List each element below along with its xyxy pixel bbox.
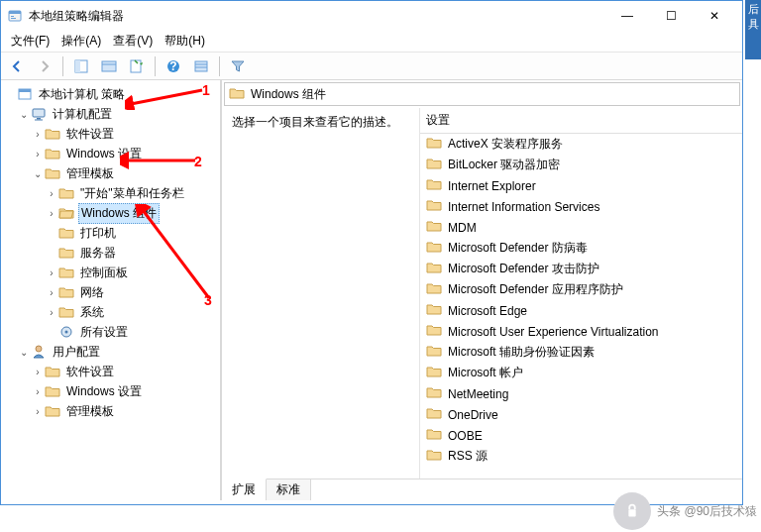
- menubar: 文件(F) 操作(A) 查看(V) 帮助(H): [1, 31, 742, 53]
- tree-user-config[interactable]: ⌄ 用户配置: [3, 342, 218, 362]
- tree-server[interactable]: 服务器: [3, 243, 218, 263]
- chevron-right-icon[interactable]: ›: [45, 267, 58, 278]
- chevron-right-icon[interactable]: ›: [45, 208, 58, 219]
- folder-icon: [426, 322, 442, 341]
- tree-label: 计算机配置: [51, 105, 114, 124]
- list-item-label: Internet Information Services: [448, 200, 599, 214]
- tree-admin-templates[interactable]: ⌄ 管理模板: [3, 163, 218, 183]
- show-hide-tree-button[interactable]: [97, 54, 121, 78]
- chevron-right-icon[interactable]: ›: [45, 307, 58, 318]
- tab-extended[interactable]: 扩展: [222, 479, 267, 500]
- list-item[interactable]: BitLocker 驱动器加密: [420, 155, 742, 175]
- tree-root[interactable]: 本地计算机 策略: [3, 84, 218, 104]
- menu-action[interactable]: 操作(A): [57, 31, 105, 52]
- tree-label: 打印机: [78, 224, 118, 243]
- folder-icon: [426, 364, 442, 382]
- location-bar: Windows 组件: [224, 82, 740, 106]
- list-item[interactable]: Microsoft Defender 应用程序防护: [420, 279, 742, 300]
- tree-control-panel[interactable]: › 控制面板: [3, 263, 218, 282]
- list-item-label: NetMeeting: [448, 387, 508, 401]
- folder-icon: [426, 426, 442, 445]
- back-button[interactable]: [5, 54, 29, 78]
- tree-panel[interactable]: 1 2 3 本地计算机 策略 ⌄ 计算机配置 › 软件设置 ›: [1, 80, 221, 500]
- chevron-down-icon[interactable]: ⌄: [17, 109, 31, 120]
- list-item[interactable]: Microsoft Edge: [420, 300, 742, 321]
- list-item[interactable]: Internet Information Services: [420, 196, 742, 217]
- options-button[interactable]: [189, 54, 213, 78]
- list-item-label: Microsoft Edge: [448, 304, 527, 318]
- help-button[interactable]: ?: [162, 54, 185, 78]
- filter-button[interactable]: [226, 54, 250, 78]
- folder-icon: [426, 135, 442, 154]
- folder-icon: [426, 301, 442, 320]
- tree-all-settings[interactable]: 所有设置: [3, 322, 218, 342]
- list-item[interactable]: MDM: [420, 217, 742, 238]
- list-item[interactable]: Microsoft Defender 防病毒: [420, 238, 742, 259]
- tree-windows-components[interactable]: › Windows 组件: [3, 203, 218, 223]
- chevron-right-icon[interactable]: ›: [31, 367, 45, 377]
- close-button[interactable]: ✕: [693, 2, 736, 30]
- chevron-right-icon[interactable]: ›: [31, 406, 45, 417]
- chevron-right-icon[interactable]: ›: [31, 386, 45, 397]
- chevron-down-icon[interactable]: ⌄: [17, 347, 31, 358]
- tree-label: "开始"菜单和任务栏: [78, 184, 186, 203]
- forward-button[interactable]: [33, 54, 56, 78]
- list-item-label: MDM: [448, 221, 477, 235]
- folder-icon: [45, 403, 60, 419]
- toolbar: ?: [1, 53, 742, 80]
- tab-standard[interactable]: 标准: [267, 479, 311, 500]
- maximize-button[interactable]: ☐: [649, 2, 693, 30]
- tree-network[interactable]: › 网络: [3, 282, 218, 302]
- column-header-settings[interactable]: 设置: [420, 108, 742, 134]
- folder-icon: [426, 447, 442, 466]
- tree-u-windows-settings[interactable]: › Windows 设置: [3, 381, 218, 401]
- chevron-right-icon[interactable]: ›: [31, 149, 45, 160]
- folder-icon: [426, 384, 442, 403]
- tree-u-admin-templates[interactable]: › 管理模板: [3, 401, 218, 421]
- folder-icon: [45, 364, 60, 379]
- folder-icon: [426, 156, 442, 174]
- folder-icon: [426, 405, 442, 424]
- svg-rect-5: [75, 60, 80, 72]
- tree-printers[interactable]: 打印机: [3, 223, 218, 243]
- list-item[interactable]: Microsoft Defender 攻击防护: [420, 259, 742, 279]
- tree-start-taskbar[interactable]: › "开始"菜单和任务栏: [3, 183, 218, 203]
- tree-computer-config[interactable]: ⌄ 计算机配置: [3, 104, 218, 124]
- chevron-down-icon[interactable]: ⌄: [31, 168, 45, 179]
- list-item[interactable]: OOBE: [420, 425, 742, 446]
- chevron-right-icon[interactable]: ›: [31, 129, 45, 140]
- list-item[interactable]: Microsoft 帐户: [420, 363, 742, 383]
- folder-icon: [426, 197, 442, 216]
- chevron-right-icon[interactable]: ›: [45, 287, 58, 298]
- refresh-button[interactable]: [125, 54, 149, 78]
- tree-system[interactable]: › 系统: [3, 302, 218, 322]
- svg-rect-1: [9, 11, 21, 14]
- svg-rect-20: [37, 118, 41, 120]
- list-item[interactable]: NetMeeting: [420, 383, 742, 404]
- list-item[interactable]: RSS 源: [420, 446, 742, 467]
- chevron-right-icon[interactable]: ›: [45, 188, 58, 199]
- tree-label: 本地计算机 策略: [37, 85, 127, 104]
- menu-view[interactable]: 查看(V): [109, 31, 157, 52]
- list-item-label: Microsoft 帐户: [448, 365, 523, 381]
- list-item-label: RSS 源: [448, 448, 488, 465]
- tree-label: 软件设置: [64, 363, 116, 381]
- tree-label: 管理模板: [64, 164, 116, 183]
- svg-rect-19: [33, 109, 45, 117]
- tree-windows-settings[interactable]: › Windows 设置: [3, 144, 218, 163]
- list-item[interactable]: OneDrive: [420, 404, 742, 425]
- up-button[interactable]: [69, 54, 93, 78]
- folder-icon: [426, 343, 442, 362]
- list-item[interactable]: Internet Explorer: [420, 175, 742, 196]
- tree-u-software-settings[interactable]: › 软件设置: [3, 362, 218, 381]
- list-item[interactable]: Microsoft 辅助身份验证因素: [420, 342, 742, 363]
- tree-label: 所有设置: [78, 323, 130, 342]
- list-item[interactable]: ActiveX 安装程序服务: [420, 134, 742, 155]
- list-item-label: Microsoft User Experience Virtualization: [448, 325, 659, 339]
- tree-software-settings[interactable]: › 软件设置: [3, 124, 218, 144]
- menu-help[interactable]: 帮助(H): [161, 31, 209, 52]
- menu-file[interactable]: 文件(F): [7, 31, 54, 52]
- list-pane[interactable]: 设置 ActiveX 安装程序服务BitLocker 驱动器加密Internet…: [420, 108, 742, 479]
- list-item[interactable]: Microsoft User Experience Virtualization: [420, 321, 742, 342]
- minimize-button[interactable]: —: [605, 2, 649, 30]
